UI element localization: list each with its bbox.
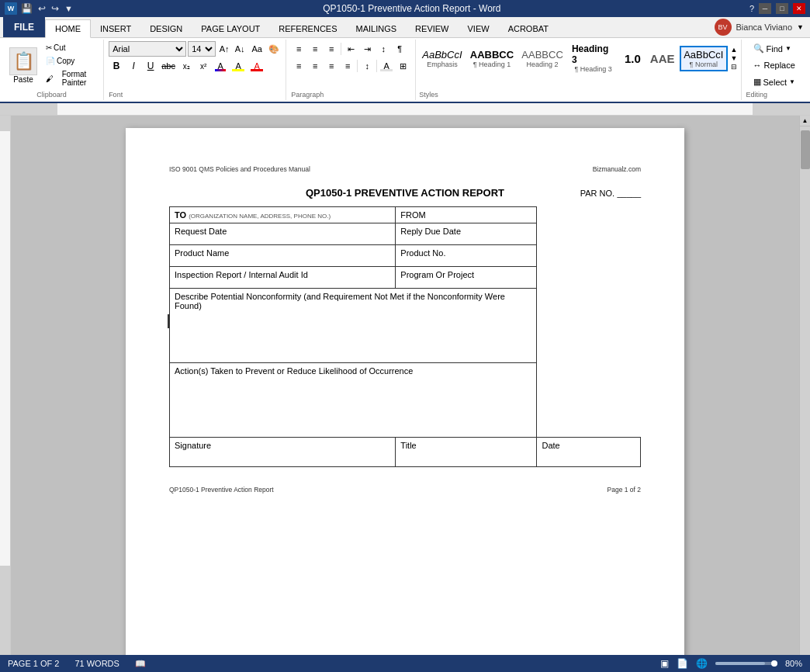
tab-view[interactable]: VIEW — [459, 20, 499, 37]
change-case-button[interactable]: Aa — [248, 41, 265, 57]
highlight-color-button[interactable]: A — [230, 58, 247, 74]
tab-design[interactable]: DESIGN — [140, 20, 192, 37]
show-marks-button[interactable]: ¶ — [392, 41, 407, 57]
quick-save-button[interactable]: 💾 — [19, 3, 34, 14]
italic-button[interactable]: I — [126, 58, 141, 74]
tab-file[interactable]: FILE — [3, 17, 45, 37]
cut-button[interactable]: ✂ Cut — [42, 42, 97, 54]
replace-icon: ↔ — [753, 61, 762, 70]
strikethrough-button[interactable]: abc — [160, 58, 177, 74]
font-family-selector[interactable]: Arial — [109, 41, 186, 57]
paragraph-group: ≡ ≡ ≡ ⇤ ⇥ ↕ ¶ ≡ ≡ ≡ ≡ ↕ A ⊞ Paragraph — [286, 40, 416, 100]
style-emphasis[interactable]: AaBbCcI Emphasis — [419, 47, 466, 71]
view-reading[interactable]: 📄 — [677, 658, 688, 669]
quick-print-button[interactable]: ▼ — [63, 4, 74, 13]
align-right-button[interactable]: ≡ — [324, 58, 339, 74]
header-right: Bizmanualz.com — [593, 165, 641, 173]
request-date-cell: Request Date — [170, 223, 396, 245]
vertical-scrollbar[interactable]: ▲ ▼ — [799, 116, 810, 672]
tab-home[interactable]: HOME — [45, 19, 91, 38]
zoom-slider[interactable] — [715, 662, 777, 665]
date-cell: Date — [537, 438, 641, 467]
bullets-button[interactable]: ≡ — [291, 41, 306, 57]
to-cell: TO (ORGANIZATION NAME, ADDRESS, PHONE NO… — [170, 207, 396, 223]
tab-review[interactable]: REVIEW — [406, 20, 458, 37]
style-heading3[interactable]: Heading 3 ¶ Heading 3 — [568, 41, 618, 75]
format-painter-button[interactable]: 🖌 Format Painter — [42, 68, 97, 88]
view-print-layout[interactable]: ▣ — [660, 658, 669, 669]
scroll-up-button[interactable]: ▲ — [800, 116, 811, 126]
copy-button[interactable]: 📄 Copy — [42, 55, 97, 67]
decrease-indent-button[interactable]: ⇤ — [343, 41, 358, 57]
restore-button[interactable]: □ — [776, 3, 788, 14]
sep1 — [341, 43, 341, 55]
tab-acrobat[interactable]: ACROBAT — [499, 20, 558, 37]
close-button[interactable]: ✕ — [793, 3, 805, 14]
footer-right: Page 1 of 2 — [608, 486, 641, 494]
tab-page-layout[interactable]: PAGE LAYOUT — [192, 20, 269, 37]
font-group-label: Font — [109, 91, 123, 99]
user-dropdown-icon[interactable]: ▼ — [797, 23, 804, 31]
scroll-thumb[interactable] — [801, 130, 810, 169]
table-row: Request Date Reply Due Date — [170, 223, 641, 245]
clipboard-group-label: Clipboard — [36, 91, 67, 99]
style-heading1[interactable]: AABBCC ¶ Heading 1 — [467, 47, 517, 71]
user-name[interactable]: Bianca Viviano — [736, 23, 793, 32]
increase-indent-button[interactable]: ⇥ — [359, 41, 375, 57]
bold-button[interactable]: B — [109, 58, 124, 74]
style-aae[interactable]: AAE — [646, 50, 678, 68]
underline-button[interactable]: U — [143, 58, 158, 74]
justify-button[interactable]: ≡ — [340, 58, 355, 74]
shading-button[interactable]: A — [379, 58, 394, 74]
styles-scroll-down[interactable]: ▼ — [731, 55, 738, 62]
actions-taken-cell: Action(s) Taken to Prevent or Reduce Lik… — [170, 363, 537, 438]
editing-group: 🔍 Find ▼ ↔ Replace ▦ Select ▼ Editing — [742, 40, 808, 100]
sep3 — [376, 60, 377, 72]
borders-button[interactable]: ⊞ — [395, 58, 410, 74]
align-left-button[interactable]: ≡ — [291, 58, 306, 74]
clipboard-group: 📋 Paste ✂ Cut 📄 Copy 🖌 Format Painter Cl… — [3, 40, 104, 100]
line-spacing-button[interactable]: ↕ — [359, 58, 375, 74]
multilevel-list-button[interactable]: ≡ — [324, 41, 339, 57]
table-row: Describe Potential Nonconformity (and Re… — [170, 289, 641, 363]
table-row: Product Name Product No. — [170, 245, 641, 267]
styles-scroll-up[interactable]: ▲ — [731, 47, 738, 54]
style-heading2[interactable]: AABBCC Heading 2 — [518, 47, 566, 71]
text-effects-button[interactable]: A — [213, 58, 228, 74]
page: ISO 9001 QMS Policies and Procedures Man… — [126, 128, 684, 672]
replace-button[interactable]: ↔ Replace — [746, 58, 803, 72]
styles-expand[interactable]: ⊟ — [731, 64, 738, 71]
font-size-selector[interactable]: 14 — [188, 41, 216, 57]
proofing-icon[interactable]: 📖 — [135, 659, 146, 669]
par-no-line: _____ — [617, 189, 641, 198]
decrease-font-button[interactable]: A↓ — [233, 41, 247, 57]
subscript-button[interactable]: x₂ — [178, 58, 194, 74]
scroll-track[interactable] — [800, 126, 811, 662]
document-area: ISO 9001 QMS Policies and Procedures Man… — [11, 116, 799, 672]
ruler — [0, 103, 810, 116]
font-color-button[interactable]: A — [248, 58, 265, 74]
quick-undo-button[interactable]: ↩ — [36, 3, 47, 14]
tab-references[interactable]: REFERENCES — [269, 20, 346, 37]
styles-scroll[interactable]: ▲ ▼ ⊟ — [731, 47, 738, 71]
tab-insert[interactable]: INSERT — [91, 20, 140, 37]
align-center-button[interactable]: ≡ — [307, 58, 323, 74]
clear-format-button[interactable]: 🎨 — [267, 41, 281, 57]
minimize-button[interactable]: ─ — [759, 3, 771, 14]
help-button[interactable]: ? — [749, 4, 754, 13]
increase-font-button[interactable]: A↑ — [217, 41, 231, 57]
form-table: TO (ORGANIZATION NAME, ADDRESS, PHONE NO… — [169, 206, 641, 467]
select-button[interactable]: ▦ Select ▼ — [746, 74, 803, 89]
superscript-button[interactable]: x² — [196, 58, 211, 74]
quick-redo-button[interactable]: ↪ — [50, 3, 61, 14]
numbering-button[interactable]: ≡ — [307, 41, 323, 57]
style-normal[interactable]: AaBbCcI ¶ Normal — [680, 46, 728, 71]
program-project-cell: Program Or Project — [396, 267, 537, 289]
tab-mailings[interactable]: MAILINGS — [347, 20, 407, 37]
style-heading-num[interactable]: 1.0 — [620, 50, 645, 68]
view-web[interactable]: 🌐 — [696, 658, 708, 669]
find-button[interactable]: 🔍 Find ▼ — [746, 41, 803, 56]
sort-button[interactable]: ↕ — [376, 41, 391, 57]
paste-button[interactable]: 📋 Paste — [6, 46, 40, 85]
product-no-cell: Product No. — [396, 245, 537, 267]
